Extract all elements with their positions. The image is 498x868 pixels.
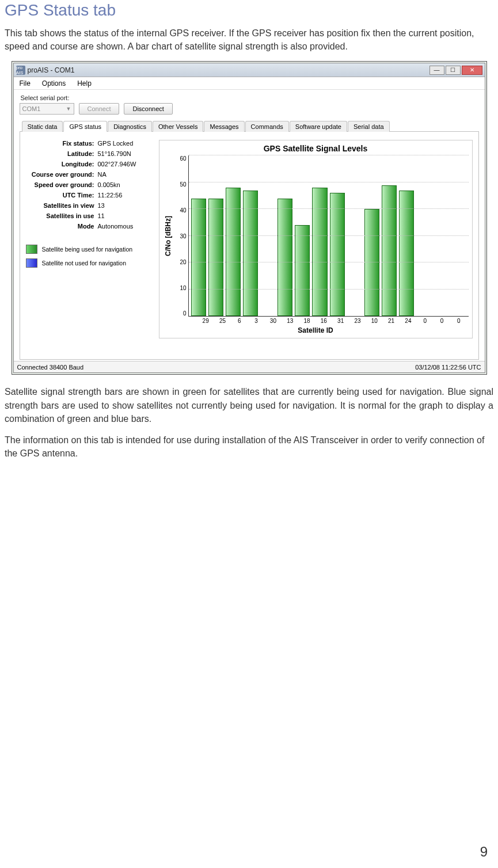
x-tick: 31 — [333, 318, 348, 324]
status-value: 13 — [98, 202, 105, 209]
status-value: Autonomous — [98, 223, 134, 230]
status-bar: Connected 38400 Baud 03/12/08 11:22:56 U… — [14, 361, 485, 372]
status-left: Connected 38400 Baud — [17, 364, 84, 371]
app-window: pro AIS proAIS - COM1 — ☐ ✕ File Options… — [13, 63, 485, 373]
y-tick: 40 — [173, 207, 187, 214]
paragraph-2: Satellite signal strength bars are shown… — [5, 385, 493, 425]
tab-strip: Static dataGPS statusDiagnosticsOther Ve… — [20, 120, 479, 132]
status-right: 03/12/08 11:22:56 UTC — [415, 364, 481, 371]
tab-messages[interactable]: Messages — [204, 121, 244, 132]
menu-bar: File Options Help — [14, 77, 485, 90]
status-row: Longitude:002°27.946W — [26, 161, 155, 167]
tab-diagnostics[interactable]: Diagnostics — [108, 121, 152, 132]
signal-bar — [382, 185, 397, 317]
plot-area — [188, 155, 469, 317]
x-tick: 23 — [350, 318, 364, 324]
signal-bar — [312, 188, 327, 316]
legend-text-green: Satellite being used for navigation — [42, 246, 133, 253]
status-label: Speed over ground: — [26, 181, 98, 188]
legend-swatch-green — [26, 245, 37, 254]
status-label: Fix status: — [26, 140, 98, 147]
x-tick: 21 — [384, 318, 398, 324]
signal-bar — [226, 188, 241, 316]
y-axis-label: C/No [dBHz] — [163, 155, 173, 317]
y-tick: 30 — [173, 233, 187, 239]
title-bar: pro AIS proAIS - COM1 — ☐ ✕ — [14, 63, 485, 77]
status-row: Satellites in use11 — [26, 212, 155, 219]
legend-text-blue: Satellite not used for navigation — [42, 260, 127, 267]
signal-chart: GPS Satellite Signal Levels C/No [dBHz] … — [159, 140, 473, 338]
status-row: Satellites in view13 — [26, 202, 155, 209]
signal-bar — [243, 191, 258, 317]
x-tick: 18 — [299, 318, 314, 324]
signal-bar — [191, 199, 206, 317]
status-label: Course over ground: — [26, 171, 98, 178]
status-row: UTC Time:11:22:56 — [26, 192, 155, 199]
y-axis-ticks: 6050403020100 — [173, 155, 188, 317]
signal-bar — [399, 191, 414, 317]
status-value: 51°16.790N — [98, 150, 131, 157]
status-value: 11:22:56 — [98, 192, 123, 199]
grid-line — [189, 235, 469, 236]
signal-bar — [330, 193, 345, 316]
serial-port-label: Select serial port: — [21, 94, 479, 101]
x-tick: 3 — [249, 318, 263, 324]
tab-other-vessels[interactable]: Other Vessels — [153, 121, 203, 132]
x-tick: 29 — [199, 318, 213, 324]
signal-bar — [364, 209, 379, 316]
maximize-button[interactable]: ☐ — [446, 66, 461, 75]
signal-bar — [208, 199, 223, 317]
x-axis-ticks: 292563301318163123102124000 — [196, 317, 469, 324]
signal-bar — [295, 225, 310, 316]
status-value: 11 — [98, 212, 105, 219]
tab-serial-data[interactable]: Serial data — [348, 121, 390, 132]
close-button[interactable]: ✕ — [462, 66, 482, 75]
tab-static-data[interactable]: Static data — [22, 121, 63, 132]
signal-bar — [277, 199, 292, 317]
minimize-button[interactable]: — — [429, 66, 444, 75]
tab-software-update[interactable]: Software update — [290, 121, 347, 132]
x-axis-label: Satellite ID — [163, 326, 469, 334]
status-value: GPS Locked — [98, 140, 134, 147]
menu-file[interactable]: File — [20, 79, 31, 87]
grid-line — [189, 289, 469, 290]
intro-paragraph: This tab shows the status of the interna… — [5, 26, 493, 53]
serial-port-value: COM1 — [22, 105, 41, 112]
status-row: ModeAutonomous — [26, 223, 155, 230]
tab-commands[interactable]: Commands — [245, 121, 289, 132]
legend-swatch-blue — [26, 258, 37, 268]
grid-line — [189, 155, 469, 155]
paragraph-3: The information on this tab is intended … — [5, 433, 493, 460]
y-tick: 10 — [173, 285, 187, 291]
status-label: Latitude: — [26, 150, 98, 157]
page-number: 9 — [480, 844, 488, 860]
x-tick: 16 — [317, 318, 331, 324]
chart-title: GPS Satellite Signal Levels — [163, 144, 469, 153]
x-tick: 25 — [215, 318, 230, 324]
status-label: Mode — [26, 223, 98, 230]
tab-gps-status[interactable]: GPS status — [63, 121, 107, 132]
chart-legend: Satellite being used for navigation Sate… — [26, 245, 155, 268]
status-row: Speed over ground:0.005kn — [26, 181, 155, 188]
status-row: Fix status:GPS Locked — [26, 140, 155, 147]
app-icon: pro AIS — [16, 66, 25, 75]
x-tick: 10 — [367, 318, 382, 324]
disconnect-button[interactable]: Disconnect — [124, 103, 172, 115]
x-tick: 0 — [418, 318, 432, 324]
y-tick: 0 — [173, 310, 187, 317]
connect-button[interactable]: Connect — [79, 103, 120, 115]
grid-line — [189, 262, 469, 262]
menu-help[interactable]: Help — [77, 79, 92, 87]
x-tick: 13 — [283, 318, 297, 324]
y-tick: 60 — [173, 155, 187, 162]
serial-port-combo[interactable]: COM1 ▼ — [20, 103, 74, 115]
y-tick: 50 — [173, 181, 187, 188]
window-title: proAIS - COM1 — [28, 66, 75, 74]
x-tick: 24 — [401, 318, 415, 324]
status-row: Course over ground:NA — [26, 171, 155, 178]
app-screenshot: pro AIS proAIS - COM1 — ☐ ✕ File Options… — [12, 61, 487, 375]
page-title: GPS Status tab — [5, 1, 493, 20]
y-tick: 20 — [173, 259, 187, 265]
gps-status-panel: Fix status:GPS LockedLatitude:51°16.790N… — [20, 132, 479, 360]
menu-options[interactable]: Options — [42, 79, 66, 87]
